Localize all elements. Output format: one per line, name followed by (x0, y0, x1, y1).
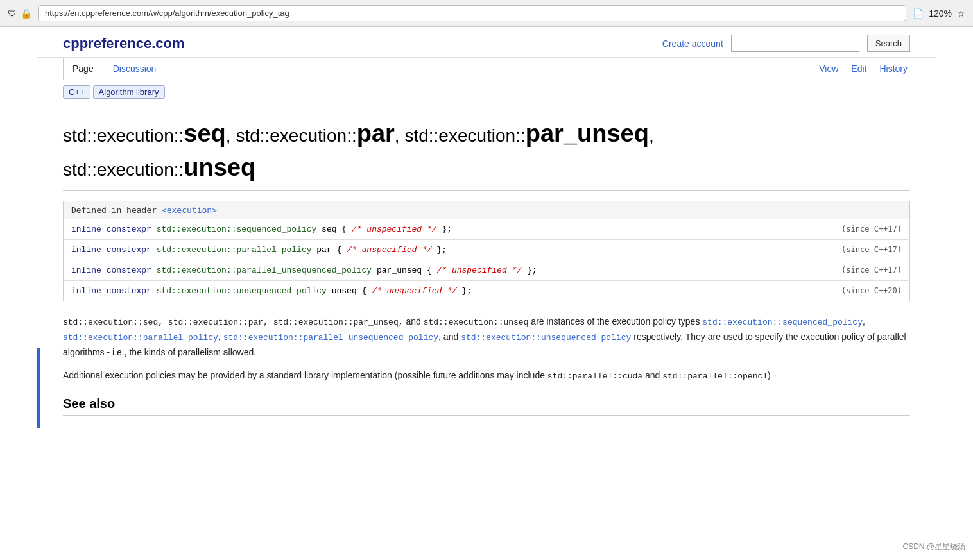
nav-tabs-left: Page Discussion (63, 58, 166, 80)
shield-icon: 🛡 (8, 8, 17, 19)
code-row-par: inline constexpr std::execution::paralle… (64, 240, 910, 260)
browser-chrome: 🛡 🔒 https://en.cppreference.com/w/cpp/al… (0, 0, 973, 27)
title-seq: seq (184, 120, 225, 147)
browser-icons: 🛡 🔒 (8, 8, 31, 19)
code-row-par-unseq: inline constexpr std::execution::paralle… (64, 260, 910, 281)
action-edit[interactable]: Edit (848, 58, 869, 79)
search-input[interactable] (731, 35, 859, 52)
code-par-unseq: inline constexpr std::execution::paralle… (64, 260, 834, 281)
title-par: par (357, 120, 395, 147)
breadcrumb-algorithm[interactable]: Algorithm library (93, 85, 165, 99)
header-right: Create account Search (662, 35, 910, 52)
since-unseq: (since C++20) (834, 281, 909, 301)
since-par-unseq: (since C++17) (834, 260, 909, 281)
site-logo[interactable]: cppreference.com (63, 35, 185, 52)
code-unseq: inline constexpr std::execution::unseque… (64, 281, 834, 301)
title-sep1: , std::execution:: (226, 126, 357, 146)
description-paragraph-1: std::execution::seq, std::execution::par… (63, 314, 910, 359)
title-unseq: unseq (184, 154, 255, 181)
bookmark-icon[interactable]: ☆ (957, 8, 965, 19)
title-prefix-seq: std::execution:: (63, 126, 184, 146)
description-paragraph-2: Additional execution policies may be pro… (63, 368, 910, 384)
action-history[interactable]: History (877, 58, 910, 79)
since-par: (since C++17) (834, 240, 909, 260)
site-header: cppreference.com Create account Search (37, 27, 936, 58)
tab-page[interactable]: Page (63, 58, 103, 80)
code-seq: inline constexpr std::execution::sequenc… (64, 219, 834, 240)
code-row-seq: inline constexpr std::execution::sequenc… (64, 219, 910, 240)
action-view[interactable]: View (816, 58, 841, 79)
page-title: std::execution::seq, std::execution::par… (63, 117, 910, 191)
left-accent (37, 348, 40, 428)
nav-tabs-right: View Edit History (816, 58, 910, 79)
breadcrumb-cpp[interactable]: C++ (63, 85, 90, 99)
breadcrumb: C++ Algorithm library (37, 80, 936, 104)
address-bar[interactable]: https://en.cppreference.com/w/cpp/algori… (38, 5, 906, 21)
defined-in-header[interactable]: <execution> (162, 205, 217, 215)
title-prefix-unseq: std::execution:: (63, 160, 184, 180)
code-par: inline constexpr std::execution::paralle… (64, 240, 834, 260)
search-button[interactable]: Search (867, 35, 910, 52)
code-table: Defined in header <execution> inline con… (63, 201, 910, 301)
zoom-level: 120% (929, 8, 952, 19)
code-row-unseq: inline constexpr std::execution::unseque… (64, 281, 910, 301)
title-sep2: , std::execution:: (395, 126, 526, 146)
main-content: std::execution::seq, std::execution::par… (37, 104, 936, 428)
defined-in-label: Defined in header (71, 205, 157, 215)
tab-discussion[interactable]: Discussion (103, 58, 166, 80)
title-par-unseq: par_unseq (526, 120, 649, 147)
see-also-heading: See also (63, 396, 910, 416)
defined-in-row: Defined in header <execution> (64, 201, 910, 219)
since-seq: (since C++17) (834, 219, 909, 240)
nav-tabs: Page Discussion View Edit History (37, 58, 936, 80)
lock-icon: 🔒 (21, 8, 31, 19)
browser-right: 📄 120% ☆ (913, 8, 965, 19)
create-account-link[interactable]: Create account (662, 38, 723, 49)
reader-icon[interactable]: 📄 (913, 8, 924, 19)
